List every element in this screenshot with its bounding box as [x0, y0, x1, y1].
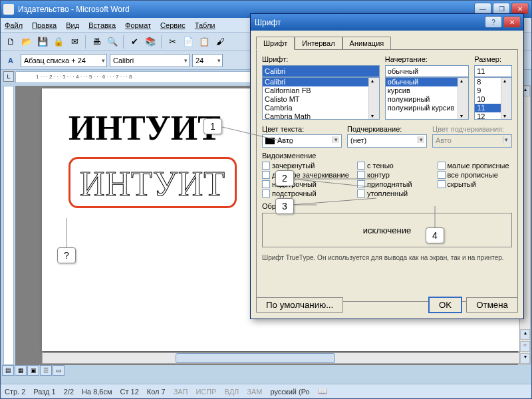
- scrollbar[interactable]: [368, 78, 379, 119]
- outline-view-icon[interactable]: ☰: [40, 365, 52, 376]
- size-input[interactable]: [474, 65, 512, 77]
- truetype-note: Шрифт TrueType. Он используется для выво…: [262, 254, 512, 261]
- list-item[interactable]: полужирный: [386, 95, 468, 104]
- reading-view-icon[interactable]: ▭: [53, 365, 65, 376]
- format-painter-icon[interactable]: 🖌: [213, 35, 227, 49]
- underline-label: Подчеркивание:: [347, 125, 427, 133]
- text-line-outline: ИНТУИТ: [80, 164, 225, 203]
- list-item[interactable]: обычный: [386, 78, 468, 86]
- size-field-label: Размер:: [474, 55, 512, 63]
- callout-3: 3: [275, 198, 294, 214]
- tab-selector[interactable]: L: [3, 71, 14, 82]
- status-lang: русский (Ро: [270, 388, 309, 396]
- window-title: Издательство - Microsoft Word: [18, 5, 130, 14]
- list-item[interactable]: курсив: [386, 86, 468, 95]
- print-icon[interactable]: 🖶: [89, 35, 104, 49]
- vertical-ruler[interactable]: [3, 86, 14, 365]
- default-button[interactable]: По умолчанию...: [256, 297, 343, 313]
- save-icon[interactable]: 💾: [35, 35, 50, 49]
- underline-dropdown[interactable]: (нет): [347, 134, 427, 148]
- status-col: Кол 7: [147, 388, 166, 396]
- status-ovr: ЗАМ: [247, 388, 262, 396]
- copy-icon[interactable]: 📄: [181, 35, 196, 49]
- check-allcaps[interactable]: все прописные: [438, 170, 513, 180]
- status-trk: ИСПР: [196, 388, 216, 396]
- svg-line-0: [219, 126, 293, 144]
- dialog-title: Шрифт: [255, 18, 281, 27]
- app-icon: [3, 4, 14, 15]
- style-combo[interactable]: Абзац списка + 24: [21, 54, 107, 67]
- normal-view-icon[interactable]: ▤: [2, 365, 14, 376]
- list-item[interactable]: Cambria: [263, 104, 379, 112]
- status-ext: ВДЛ: [225, 388, 239, 396]
- style-field-label: Начертание:: [385, 55, 469, 63]
- menu-file[interactable]: Файл: [5, 21, 23, 29]
- dialog-buttons: По умолчанию... OK Отмена: [256, 297, 518, 313]
- size-combo[interactable]: 24: [192, 54, 223, 67]
- highlighted-box: ИНТУИТ: [68, 157, 237, 208]
- font-dialog: Шрифт ? ✕ Шрифт Интервал Анимация Шрифт:…: [250, 13, 524, 319]
- menu-insert[interactable]: Вставка: [88, 21, 116, 29]
- callout-2: 2: [275, 170, 294, 186]
- scrollbar[interactable]: [458, 78, 468, 119]
- spellcheck-icon[interactable]: ✔: [127, 35, 142, 49]
- status-page: Стр. 2: [5, 388, 25, 396]
- status-pages: 2/2: [64, 388, 74, 396]
- book-icon[interactable]: 📖: [318, 387, 327, 396]
- preview-icon[interactable]: 🔍: [105, 35, 120, 49]
- cut-icon[interactable]: ✂: [165, 35, 180, 49]
- permission-icon[interactable]: 🔒: [51, 35, 66, 49]
- dialog-tabs: Шрифт Интервал Анимация: [256, 36, 518, 49]
- dialog-close-button[interactable]: ✕: [503, 16, 521, 28]
- status-rec: ЗАП: [174, 388, 188, 396]
- tab-font[interactable]: Шрифт: [256, 37, 295, 50]
- svg-line-2: [291, 179, 376, 188]
- ucolor-dropdown: Авто: [432, 134, 512, 148]
- research-icon[interactable]: 📚: [143, 35, 158, 49]
- check-shadow[interactable]: с тенью: [357, 161, 432, 170]
- tab-panel: Шрифт: Calibri Californian FB Calisto MT…: [256, 49, 518, 302]
- dialog-help-button[interactable]: ?: [485, 16, 502, 28]
- menu-edit[interactable]: Правка: [32, 21, 57, 29]
- ok-button[interactable]: OK: [428, 297, 462, 313]
- web-view-icon[interactable]: ▦: [15, 365, 27, 376]
- list-item[interactable]: Calisto MT: [263, 95, 379, 104]
- font-listbox[interactable]: Calibri Californian FB Calisto MT Cambri…: [262, 77, 380, 120]
- check-smallcaps[interactable]: малые прописные: [438, 161, 513, 170]
- statusbar: Стр. 2 Разд 1 2/2 На 8,6см Ст 12 Кол 7 З…: [1, 384, 531, 398]
- tab-spacing[interactable]: Интервал: [295, 37, 342, 50]
- menu-tools[interactable]: Сервис: [160, 21, 186, 29]
- callout-4: 4: [426, 227, 444, 243]
- scrollbar[interactable]: [501, 78, 511, 119]
- list-item[interactable]: полужирный курсив: [386, 104, 468, 112]
- styles-icon[interactable]: A: [3, 53, 18, 68]
- mail-icon[interactable]: ✉: [67, 35, 82, 49]
- check-hidden[interactable]: скрытый: [438, 180, 513, 189]
- open-icon[interactable]: 📂: [19, 35, 34, 49]
- paste-icon[interactable]: 📋: [197, 35, 211, 49]
- menu-view[interactable]: Вид: [66, 21, 79, 29]
- callout-1: 1: [203, 118, 222, 134]
- check-strikethrough[interactable]: зачеркнутый: [262, 161, 352, 170]
- status-line: Ст 12: [120, 388, 139, 396]
- font-field-label: Шрифт:: [262, 55, 380, 63]
- callout-question: ?: [57, 247, 76, 263]
- list-item[interactable]: Cambria Math: [263, 112, 379, 120]
- style-listbox[interactable]: обычный курсив полужирный полужирный кур…: [385, 77, 469, 120]
- font-combo[interactable]: Calibri: [110, 54, 190, 67]
- status-section: Разд 1: [33, 388, 55, 396]
- list-item[interactable]: Calibri: [263, 78, 379, 86]
- tab-animation[interactable]: Анимация: [342, 37, 392, 50]
- style-input[interactable]: [385, 65, 469, 77]
- preview-box: исключение: [262, 213, 512, 247]
- ucolor-label: Цвет подчеркивания:: [432, 125, 512, 133]
- horizontal-scrollbar[interactable]: [42, 352, 521, 364]
- menu-table[interactable]: Табли: [195, 21, 215, 29]
- print-view-icon[interactable]: ▣: [27, 365, 39, 376]
- size-listbox[interactable]: 8 9 10 11 12: [474, 77, 512, 120]
- font-input[interactable]: [262, 65, 380, 77]
- menu-format[interactable]: Формат: [125, 21, 151, 29]
- list-item[interactable]: Californian FB: [263, 86, 379, 95]
- new-doc-icon[interactable]: 🗋: [3, 35, 18, 49]
- cancel-button[interactable]: Отмена: [466, 297, 518, 313]
